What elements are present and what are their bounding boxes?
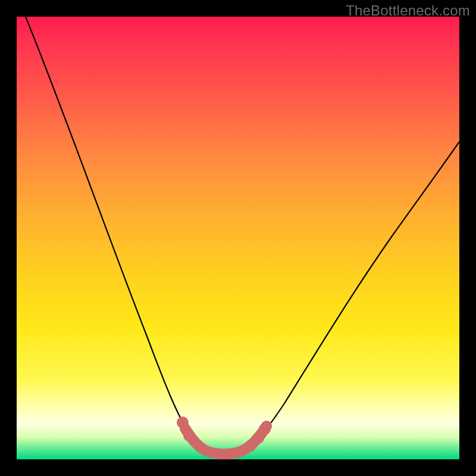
highlight-dot xyxy=(259,423,271,435)
watermark-text: TheBottleneck.com xyxy=(346,2,470,19)
curve-left xyxy=(26,17,208,451)
curve-right xyxy=(244,142,459,451)
highlight-dot xyxy=(183,430,195,441)
highlight-dot xyxy=(177,416,189,428)
bottleneck-chart xyxy=(17,17,459,459)
